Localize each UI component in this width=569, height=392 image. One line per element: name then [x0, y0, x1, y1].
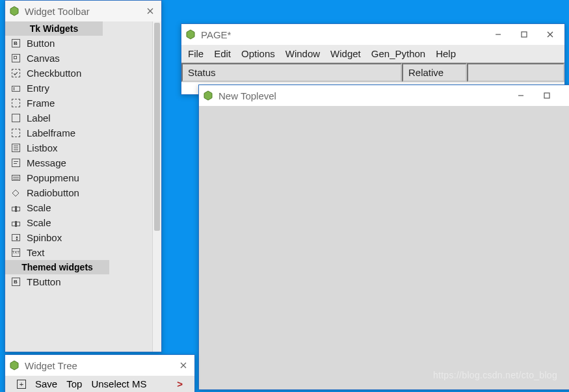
tk-widget-list: BButtonCanvasCheckbuttonEntryFrameLabelL…	[5, 36, 152, 260]
tree-window: Widget Tree + Save Top Unselect MS >	[5, 354, 195, 392]
svg-marker-10	[10, 7, 18, 16]
toolbar-titlebar: Widget Toolbar	[5, 1, 161, 21]
widget-item-label: TButton	[27, 276, 61, 287]
widget-item-label: Message	[27, 157, 66, 168]
widget-item-tbutton[interactable]: BTButton	[5, 274, 152, 289]
widget-item-listbox[interactable]: Listbox	[5, 140, 152, 155]
scale-icon	[10, 203, 21, 213]
page-maximize-button[interactable]	[511, 25, 537, 44]
widget-item-text[interactable]: TXTText	[5, 245, 152, 260]
widget-item-canvas[interactable]: Canvas	[5, 51, 152, 66]
widget-item-label: Checkbutton	[27, 68, 81, 79]
svg-rect-2	[522, 32, 527, 37]
widget-item-label[interactable]: Label	[5, 111, 152, 125]
labelframe-icon	[10, 128, 21, 138]
menu-window[interactable]: Window	[285, 48, 320, 59]
toolbar-list-viewport: Tk Widgets BButtonCanvasCheckbuttonEntry…	[5, 21, 152, 352]
menu-gen-python[interactable]: Gen_Python	[371, 48, 425, 59]
toolbar-window: Widget Toolbar Tk Widgets BButtonCanvasC…	[5, 0, 162, 352]
widget-item-radiobutton[interactable]: Radiobutton	[5, 185, 152, 200]
page-menubar: File Edit Options Window Widget Gen_Pyth…	[181, 45, 564, 62]
widget-item-label: Entry	[27, 83, 49, 94]
widget-item-label: Radiobutton	[27, 187, 79, 198]
page-minimize-button[interactable]	[485, 25, 511, 44]
tree-titlebar: Widget Tree	[5, 355, 194, 376]
widget-item-label: Scale	[27, 217, 51, 228]
widget-item-spinbox[interactable]: ▲▼Spinbox	[5, 230, 152, 245]
toplevel-app-icon	[203, 90, 213, 101]
toolbar-scrollbar-thumb[interactable]	[154, 23, 160, 231]
watermark: https://blog.csdn.net/cto_blog	[433, 370, 557, 380]
widget-item-button[interactable]: BButton	[5, 36, 152, 51]
toolbar-body: Tk Widgets BButtonCanvasCheckbuttonEntry…	[5, 21, 161, 352]
entry-icon	[10, 83, 21, 94]
checkbutton-icon	[10, 68, 21, 79]
toolbar-title: Widget Toolbar	[25, 6, 140, 17]
menu-file[interactable]: File	[188, 48, 204, 59]
widget-item-checkbutton[interactable]: Checkbutton	[5, 66, 152, 81]
page-title: PAGE*	[201, 29, 485, 40]
message-icon	[10, 158, 21, 168]
toplevel-close-button[interactable]	[560, 86, 569, 105]
listbox-icon	[10, 143, 21, 153]
text-icon: TXT	[10, 248, 21, 258]
popupmenu-icon	[10, 173, 21, 183]
tbutton-icon: B	[10, 277, 21, 287]
svg-marker-14	[10, 361, 18, 370]
svg-rect-7	[544, 93, 549, 98]
page-close-button[interactable]	[537, 25, 563, 44]
toplevel-maximize-button[interactable]	[534, 86, 560, 105]
spinbox-icon: ▲▼	[10, 233, 21, 243]
widget-item-label: Labelframe	[27, 127, 75, 138]
page-status-row: Status Relative	[181, 62, 564, 83]
section-themed-widgets: Themed widgets	[5, 260, 109, 274]
tree-title: Widget Tree	[25, 360, 174, 371]
menu-widget[interactable]: Widget	[330, 48, 361, 59]
tree-save-button[interactable]: Save	[35, 378, 57, 389]
tree-toolbar: + Save Top Unselect MS >	[5, 376, 194, 392]
button-icon: B	[10, 38, 21, 49]
svg-marker-13	[12, 190, 19, 196]
widget-item-label: Text	[27, 247, 45, 258]
page-titlebar: PAGE*	[181, 24, 564, 45]
toplevel-body[interactable]	[199, 106, 569, 389]
widget-item-label: Button	[27, 38, 55, 49]
menu-edit[interactable]: Edit	[214, 48, 231, 59]
toplevel-title: New Toplevel	[218, 90, 508, 101]
radiobutton-icon	[10, 188, 21, 198]
menu-help[interactable]: Help	[436, 48, 456, 59]
toolbar-app-icon	[9, 6, 20, 16]
menu-options[interactable]: Options	[241, 48, 275, 59]
widget-item-label: Popupmenu	[27, 172, 79, 183]
widget-item-label: Label	[27, 112, 51, 124]
widget-item-scale[interactable]: Scale	[5, 215, 152, 230]
section-tk-widgets: Tk Widgets	[5, 21, 103, 36]
widget-item-popupmenu[interactable]: Popupmenu	[5, 170, 152, 185]
page-app-icon	[185, 29, 196, 40]
widget-item-label: Listbox	[27, 142, 58, 153]
toolbar-close-button[interactable]	[140, 2, 160, 20]
frame-icon	[10, 98, 21, 109]
tree-app-icon	[9, 360, 20, 371]
status-left: Status	[181, 63, 402, 82]
tree-top-button[interactable]: Top	[66, 378, 82, 389]
widget-item-label: Scale	[27, 202, 51, 213]
tree-right-chevron-icon[interactable]: >	[177, 378, 183, 389]
widget-item-scale[interactable]: Scale	[5, 200, 152, 215]
tree-close-button[interactable]	[174, 356, 193, 374]
svg-marker-5	[204, 91, 212, 100]
widget-item-entry[interactable]: Entry	[5, 81, 152, 96]
label-icon	[10, 113, 21, 124]
tree-expand-icon[interactable]: +	[17, 380, 26, 389]
widget-item-frame[interactable]: Frame	[5, 96, 152, 111]
svg-marker-0	[187, 30, 194, 39]
widget-item-message[interactable]: Message	[5, 155, 152, 170]
themed-widget-list: BTButton	[5, 274, 152, 289]
status-right: Relative	[402, 63, 467, 82]
toolbar-scrollbar[interactable]	[152, 21, 161, 352]
widget-item-label: Canvas	[27, 53, 60, 64]
widget-item-labelframe[interactable]: Labelframe	[5, 125, 152, 140]
tree-unselect-ms-button[interactable]: Unselect MS	[91, 378, 146, 389]
status-extra	[467, 63, 564, 82]
toplevel-minimize-button[interactable]	[508, 86, 534, 105]
